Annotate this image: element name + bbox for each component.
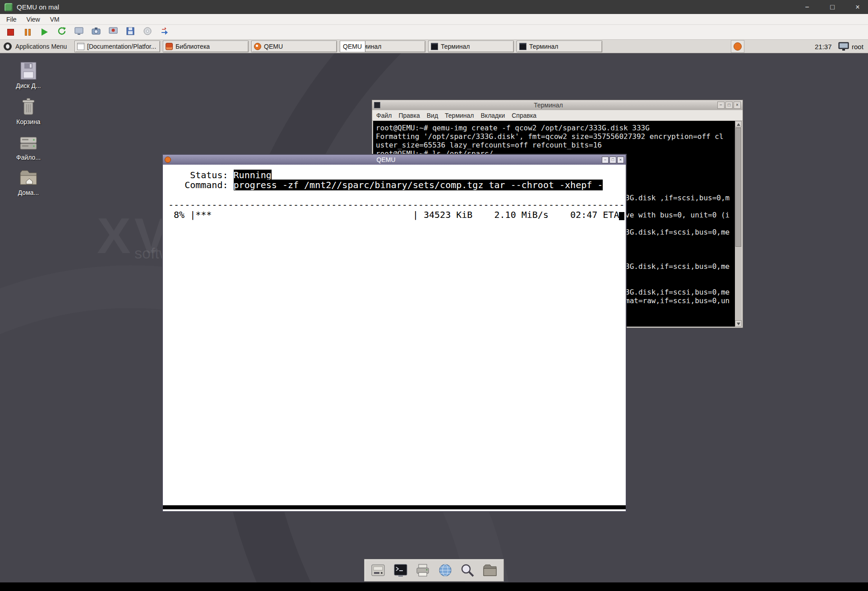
display-button[interactable] [73,26,85,38]
menu-vm[interactable]: VM [50,16,60,23]
stop-button[interactable] [5,26,16,38]
close-button[interactable]: × [852,3,863,11]
dock [364,559,504,582]
dock-search-button[interactable] [459,562,476,579]
pause-button[interactable] [22,26,33,38]
usb-redirect-icon [160,27,169,37]
text-cursor [619,212,624,220]
terminal-line-fragment: 3G.disk,if=scsi,bus=0,me [625,262,729,271]
dock-web-browser-button[interactable] [437,562,454,579]
qemu-console[interactable]: Status: Running Command: progress -zf /m… [163,165,626,511]
progress-line: 8% |*** | 34523 KiB 2.10 MiB/s 02:47 ETA [163,210,626,220]
stop-icon [7,29,14,36]
terminal-menu-view[interactable]: Вид [427,112,438,119]
taskbar-button-library[interactable]: Библиотека [163,41,249,52]
usb-redirect-button[interactable] [159,26,171,38]
menu-file[interactable]: File [6,16,17,23]
maximize-button[interactable]: □ [826,3,838,11]
taskbar-button-terminal-3[interactable]: Терминал [517,41,602,52]
app-toolbar [0,25,868,40]
app-icon [5,3,13,11]
display-settings-icon[interactable] [838,42,849,51]
qemu-guest-window: QEMU − □ × Status: Running Command: prog… [162,154,627,512]
qemu-window-icon [165,157,171,163]
document-icon [77,43,84,50]
menu-view[interactable]: View [27,16,40,23]
command-line: Command: progress -zf /mnt2//sparc/binar… [163,180,626,190]
terminal-close-button[interactable]: × [734,102,741,109]
window-title: QEMU on mal [17,3,59,11]
status-value: Running [234,170,272,180]
terminal-icon [431,43,438,50]
clock: 21:37 [815,40,832,53]
reset-icon [57,27,66,37]
dock-terminal-button[interactable] [392,562,409,579]
terminal-scrollbar[interactable] [735,121,742,327]
terminal-line-fragment: 3G.disk ,if=scsi,bus=0,m [625,194,729,202]
window-controls: − □ × [801,3,863,11]
home-folder-icon [6,168,51,187]
console-bottom-bar [163,505,626,509]
dock-file-manager-button[interactable] [481,562,499,579]
terminal-menu-help[interactable]: Справка [512,112,536,119]
terminal-line-fragment: mat=raw,if=scsi,bus=0,un [625,296,729,305]
save-snapshot-icon [126,27,135,37]
terminal-menubar: Файл Правка Вид Терминал Вкладки Справка [372,110,743,121]
qemu-minimize-button[interactable]: − [602,157,609,163]
taskbar-button-qemu[interactable]: QEMU [251,41,337,52]
desktop-icon-home[interactable]: Дома... [6,168,51,196]
dock-printer-button[interactable] [414,562,431,579]
terminal-line: Formatting '/opt/sparc/333G.disk', fmt=q… [376,132,739,141]
tray-qemu-icon[interactable] [731,40,744,53]
command-label: Command: [163,180,234,190]
scrollbar-thumb[interactable] [735,128,741,247]
record-button[interactable] [107,26,119,38]
terminal-menu-file[interactable]: Файл [376,112,392,119]
terminal-minimize-button[interactable]: − [717,102,725,109]
scroll-down-icon[interactable] [735,320,742,327]
guest-taskbar: Applications Menu [Documentation/Platfor… [0,40,868,53]
desktop-icon-label: Дома... [6,189,51,196]
qemu-close-button[interactable]: × [617,157,624,163]
qemu-maximize-button[interactable]: □ [609,157,616,163]
desktop-icon-disk[interactable]: Диск Д... [6,61,51,89]
play-button[interactable] [39,26,51,38]
terminal-menu-tabs[interactable]: Вкладки [481,112,505,119]
desktop-icon-label: Диск Д... [6,82,51,89]
taskbar-button-documentation[interactable]: [Documentation/Platfor... [74,41,160,52]
status-label: Status: [163,170,234,180]
screenshot-button[interactable] [90,26,102,38]
applications-menu-icon [4,42,12,51]
desktop-icon-trash[interactable]: Корзина [6,97,51,125]
record-icon [108,27,118,37]
desktop-icon-filesystem[interactable]: Файло... [6,133,51,161]
applications-menu-button[interactable]: Applications Menu [1,41,74,52]
file-system-icon [6,133,51,152]
cdrom-icon [143,27,152,37]
progress-text: 8% |*** | 34523 KiB 2.10 MiB/s 02:47 ETA [163,209,619,220]
terminal-line-fragment: 3G.disk,if=scsi,bus=0,me [625,228,729,236]
cdrom-button[interactable] [142,26,153,38]
save-snapshot-button[interactable] [125,26,136,38]
user-label: root [852,40,863,53]
terminal-maximize-button[interactable]: □ [725,102,733,109]
terminal-window-icon [374,102,380,108]
taskbar-tooltip: QEMU [340,41,365,52]
dock-removable-media-button[interactable] [369,562,387,579]
reset-button[interactable] [56,26,68,38]
taskbar-button-terminal-1[interactable]: Терминал QEMU [340,41,425,52]
terminal-title: Терминал [380,102,716,109]
desktop: XVM software Диск Д... Корзина Файло... … [0,53,868,591]
terminal-line: root@QEMU:~# qemu-img create -f qcow2 /o… [376,124,739,132]
qemu-titlebar[interactable]: QEMU − □ × [163,155,626,165]
disk-drive-icon [6,61,51,80]
blank-line [163,190,626,200]
taskbar-button-terminal-2[interactable]: Терминал [428,41,514,52]
minimize-button[interactable]: − [801,3,813,11]
scroll-up-icon[interactable] [735,121,742,127]
terminal-menu-terminal[interactable]: Терминал [445,112,474,119]
terminal-titlebar[interactable]: Терминал − □ × [372,100,743,110]
guest-screen-bottom-edge [0,582,868,591]
terminal-menu-edit[interactable]: Правка [398,112,420,119]
trash-icon [6,97,51,116]
